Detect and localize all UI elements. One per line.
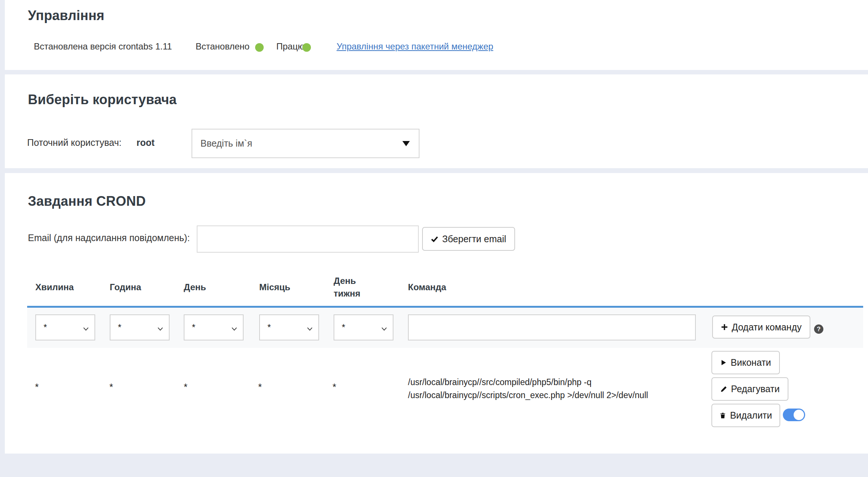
save-email-button[interactable]: Зберегти email [422,227,515,251]
caret-down-icon [402,141,410,146]
row-month-value: * [256,381,264,393]
current-user-value: root [136,137,155,148]
chevron-down-icon [83,324,89,334]
weekday-select[interactable]: * [334,314,393,340]
installed-status-label: Встановлено [196,41,250,52]
running-status-dot [302,43,311,52]
edit-command-button[interactable]: Редагувати [711,377,788,401]
current-user-label: Поточний користувач: [27,137,122,148]
email-input[interactable] [197,225,419,253]
user-select[interactable]: Введіть ім`я [192,129,419,158]
col-header-command: Команда [408,281,446,294]
crond-title: Завдання CROND [28,194,146,209]
play-icon [720,359,727,366]
check-icon [431,236,438,243]
plus-icon [721,324,728,330]
row-hour-value: * [107,381,115,393]
run-command-button[interactable]: Виконати [711,351,780,374]
add-command-button[interactable]: Додати команду [712,316,810,339]
col-header-weekday: День тижня [334,275,371,300]
management-section: Управління Встановлена версія crontabs 1… [5,0,868,70]
installed-status-dot [255,43,264,52]
row-command-text: /usr/local/brainycp//src/compiled/php5/b… [408,376,702,402]
crond-settings-page: { "colors": { "status_green": "#8bc34a",… [0,0,868,477]
job-enabled-toggle[interactable] [783,409,805,421]
toggle-knob [794,410,804,420]
chevron-down-icon [306,324,313,334]
installed-version-text: Встановлена версія crontabs 1.11 [34,41,172,52]
trash-icon [720,412,726,419]
delete-command-button[interactable]: Видалити [711,404,780,427]
col-header-day: День [184,281,206,294]
chevron-down-icon [157,324,164,334]
user-select-value: Введіть ім`я [200,138,252,149]
chevron-down-icon [381,324,388,334]
select-user-section: Виберіть користувача Поточний користувач… [5,74,868,168]
row-minute-value: * [33,381,41,393]
management-title: Управління [28,8,105,23]
col-header-hour: Година [110,281,141,294]
chevron-down-icon [231,324,238,334]
col-header-month: Місяць [259,281,290,294]
email-label: Email (для надсилання повідомлень): [28,233,190,243]
select-user-title: Виберіть користувача [28,92,177,107]
help-icon[interactable]: ? [814,324,823,334]
minute-select[interactable]: * [35,314,95,340]
row-weekday-value: * [331,381,338,393]
crond-tasks-section: Завдання CROND Email (для надсилання пов… [5,173,868,454]
pencil-icon [720,386,727,393]
package-manager-link[interactable]: Управління через пакетний менеджер [337,41,493,52]
month-select[interactable]: * [259,314,319,340]
col-header-minute: Хвилина [35,281,74,294]
hour-select[interactable]: * [110,314,170,340]
row-day-value: * [182,381,189,393]
day-select[interactable]: * [184,314,244,340]
command-input[interactable] [408,314,696,340]
